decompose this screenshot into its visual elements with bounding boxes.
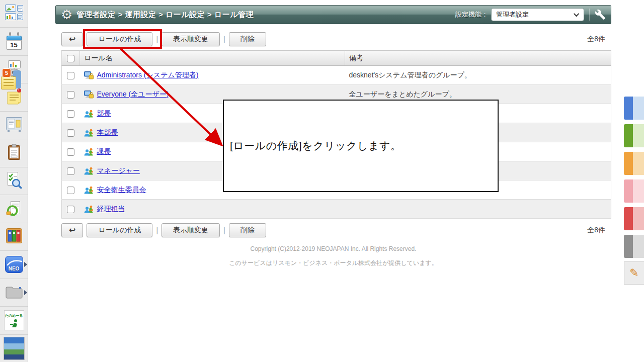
toolbar-bottom: ↩ ロールの作成 | 表示順変更 | 削除 全8件: [61, 223, 605, 238]
sidebar-item-folder[interactable]: [0, 279, 28, 307]
pencil-icon: ✎: [629, 266, 638, 280]
portal-icon: [5, 5, 23, 23]
group-role-icon: [84, 110, 94, 118]
calendar-day: 15: [7, 40, 22, 50]
copyright-text: Copyright (C)2012-2019 NEOJAPAN Inc. All…: [61, 245, 605, 252]
role-remark: desknet'sシステム管理者のグループ。: [345, 66, 611, 85]
binders-icon: [6, 228, 23, 246]
row-checkbox[interactable]: [67, 110, 74, 118]
note-icon: [1, 76, 16, 89]
page: 15: [0, 0, 644, 362]
role-link[interactable]: 本部長: [97, 128, 118, 137]
sidebar-item-workflow[interactable]: [0, 195, 28, 223]
row-checkbox[interactable]: [67, 167, 74, 175]
role-link[interactable]: 安全衛生委員会: [97, 186, 146, 195]
reorder-button[interactable]: 表示順変更: [162, 223, 220, 237]
group-role-icon: [84, 186, 94, 194]
chevron-down-icon: [574, 11, 579, 17]
breadcrumb-bar: ⚙ 管理者設定 > 運用設定 > ロール設定 > ロール管理 設定機能： 管理者…: [55, 5, 611, 24]
column-header-remark: 備考: [345, 51, 611, 66]
back-button[interactable]: ↩: [61, 223, 83, 237]
setting-function-label: 設定機能：: [455, 10, 488, 19]
role-link[interactable]: 課長: [97, 147, 111, 156]
sidebar-item-neo[interactable]: NEO: [0, 251, 28, 279]
notification-shortcut[interactable]: 5: [0, 68, 21, 94]
sidebar-item-tanomeru[interactable]: たのめーる: [0, 307, 28, 334]
table-row: Administrators (システム管理者) desknet'sシステム管理…: [62, 66, 611, 85]
delete-button[interactable]: 削除: [229, 32, 266, 46]
back-button[interactable]: ↩: [61, 32, 83, 46]
role-link[interactable]: 経理担当: [97, 205, 125, 214]
expand-arrow-icon[interactable]: [24, 290, 27, 295]
table-row: 経理担当: [62, 200, 611, 219]
group-role-icon: [84, 148, 94, 156]
shortcut-tab-orange[interactable]: [624, 152, 644, 175]
shortcut-tab-pink[interactable]: [624, 179, 644, 203]
wrench-icon[interactable]: [595, 9, 606, 20]
row-checkbox[interactable]: [67, 206, 74, 213]
toolbar-separator: |: [223, 226, 225, 234]
shortcut-tab-red[interactable]: [624, 207, 644, 230]
folder-icon: [5, 284, 23, 301]
provider-text: このサービスはリスモン・ビジネス・ポータル株式会社が提供しています。: [61, 259, 605, 267]
row-checkbox[interactable]: [67, 72, 74, 79]
create-role-button[interactable]: ロールの作成: [87, 32, 152, 46]
sidebar-item-schedule[interactable]: 15: [0, 28, 28, 55]
sidebar-item-circular[interactable]: [0, 139, 28, 167]
edit-shortcut[interactable]: ✎: [624, 261, 644, 285]
workflow-icon: [6, 200, 23, 219]
shortcut-tab-green[interactable]: [624, 124, 644, 147]
setting-function-value: 管理者設定: [496, 10, 529, 19]
role-link[interactable]: Everyone (全ユーザー): [97, 90, 169, 99]
group-role-icon: [84, 129, 94, 137]
system-role-icon: [84, 90, 94, 99]
bulletin-board-icon: [6, 116, 23, 134]
setting-function-select[interactable]: 管理者設定: [491, 8, 584, 21]
todo-search-icon: [6, 171, 23, 191]
expand-arrow-icon[interactable]: [24, 262, 27, 267]
role-link[interactable]: 部長: [97, 109, 111, 118]
row-checkbox[interactable]: [67, 91, 74, 99]
role-link[interactable]: Administrators (システム管理者): [97, 71, 199, 80]
reorder-button[interactable]: 表示順変更: [162, 32, 220, 46]
sidebar-item-bulletin[interactable]: [0, 112, 28, 139]
create-role-button[interactable]: ロールの作成: [87, 223, 152, 237]
sidebar-item-ad-banner[interactable]: [0, 335, 28, 362]
row-checkbox[interactable]: [67, 148, 74, 156]
sidebar-item-portal[interactable]: [0, 0, 28, 28]
role-link[interactable]: マネージャー: [97, 166, 140, 175]
app-launcher-rail: 15: [0, 0, 28, 362]
total-count: 全8件: [587, 226, 605, 235]
sidebar-item-document[interactable]: [0, 223, 28, 251]
role-remark: [345, 200, 611, 219]
column-header-name: ロール名: [80, 51, 345, 66]
shortcut-tab-gray[interactable]: [624, 235, 644, 258]
calendar-icon: 15: [7, 33, 22, 50]
system-role-icon: [84, 71, 94, 79]
delete-button[interactable]: 削除: [229, 223, 266, 237]
toolbar-separator: |: [156, 226, 158, 234]
select-all-checkbox[interactable]: [67, 55, 74, 62]
notification-badge: 5: [2, 68, 11, 77]
annotation-text: [ロールの作成]をクリックします。: [230, 139, 401, 153]
row-checkbox[interactable]: [67, 129, 74, 137]
tanomeru-banner-icon: たのめーる: [4, 310, 24, 330]
toolbar-top: ↩ ロールの作成 | 表示順変更 | 削除 全8件: [61, 32, 605, 47]
neo-icon: NEO: [5, 256, 23, 273]
photo-banner-icon: [4, 337, 25, 360]
group-role-icon: [84, 167, 94, 175]
toolbar-separator: |: [156, 35, 158, 43]
shortcut-tab-blue[interactable]: [624, 97, 644, 120]
row-checkbox[interactable]: [67, 187, 74, 194]
group-role-icon: [84, 205, 94, 213]
gear-icon: ⚙: [61, 8, 72, 21]
sidebar-item-todo[interactable]: [0, 167, 28, 195]
breadcrumb: 管理者設定 > 運用設定 > ロール設定 > ロール管理: [76, 10, 254, 20]
total-count: 全8件: [587, 35, 605, 44]
tanomeru-label: たのめーる: [5, 313, 23, 318]
clipboard-icon: [6, 144, 22, 163]
divider: [589, 9, 590, 21]
toolbar-separator: |: [223, 35, 225, 43]
annotation-callout: [ロールの作成]をクリックします。: [223, 100, 499, 192]
